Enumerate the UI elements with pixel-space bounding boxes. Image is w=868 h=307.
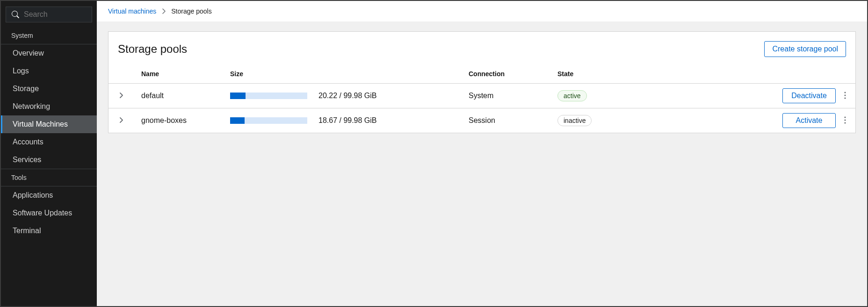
expand-row-button[interactable] [116,114,126,127]
col-connection-header: Connection [461,65,550,84]
content-area: Storage pools Create storage pool Name S… [97,22,867,306]
search-box[interactable] [6,7,92,22]
breadcrumb-parent-link[interactable]: Virtual machines [108,7,156,15]
card-header: Storage pools Create storage pool [108,32,855,65]
storage-pools-card: Storage pools Create storage pool Name S… [108,31,856,133]
main-content: Virtual machines Storage pools Storage p… [97,1,867,306]
pool-size-text: 20.22 / 99.98 GiB [318,92,377,100]
sidebar-item-virtual-machines[interactable]: Virtual Machines [1,115,97,133]
search-input[interactable] [24,10,86,19]
kebab-icon [844,92,846,100]
chevron-right-icon [162,8,166,14]
pool-size-cell: 20.22 / 99.98 GiB [223,84,461,108]
pool-actions-cell: Activate [644,108,855,133]
row-menu-button[interactable] [839,114,851,128]
col-size-header: Size [223,65,461,84]
table-row: gnome-boxes18.67 / 99.98 GiBSessioninact… [108,108,855,133]
breadcrumb: Virtual machines Storage pools [97,1,867,22]
col-expand-header [108,65,134,84]
svg-point-3 [844,116,846,118]
search-wrap [1,1,97,27]
pool-connection: System [461,84,550,108]
col-name-header: Name [134,65,223,84]
sidebar-item-overview[interactable]: Overview [1,44,97,62]
pool-state-cell: active [550,84,644,108]
state-badge: active [557,90,587,102]
pool-connection: Session [461,108,550,133]
storage-pools-table: Name Size Connection State default20.22 … [108,65,855,133]
sidebar-item-storage[interactable]: Storage [1,80,97,98]
deactivate-button[interactable]: Deactivate [782,88,836,103]
sidebar-item-software-updates[interactable]: Software Updates [1,204,97,222]
pool-name: gnome-boxes [134,108,223,133]
sidebar-item-networking[interactable]: Networking [1,98,97,115]
state-badge: inactive [557,115,592,127]
usage-progress [230,117,307,124]
nav-section-title: Tools [1,169,97,186]
page-title: Storage pools [118,43,187,56]
pool-actions-cell: Deactivate [644,84,855,108]
chevron-right-icon [119,93,123,100]
chevron-right-icon [119,117,123,124]
svg-point-5 [844,122,846,123]
pool-name: default [134,84,223,108]
col-actions-header [644,65,855,84]
usage-progress-bar [230,117,245,124]
usage-progress-bar [230,93,246,99]
sidebar-item-logs[interactable]: Logs [1,62,97,80]
pool-state-cell: inactive [550,108,644,133]
svg-point-2 [844,97,846,99]
sidebar-item-terminal[interactable]: Terminal [1,222,97,240]
usage-progress [230,93,307,99]
pool-size-text: 18.67 / 99.98 GiB [318,116,377,125]
svg-point-0 [844,92,846,93]
svg-point-1 [844,94,846,96]
sidebar-item-applications[interactable]: Applications [1,186,97,204]
kebab-icon [844,116,846,125]
col-state-header: State [550,65,644,84]
expand-row-button[interactable] [116,90,126,102]
pool-size-cell: 18.67 / 99.98 GiB [223,108,461,133]
search-icon [12,11,19,18]
activate-button[interactable]: Activate [782,113,836,128]
svg-point-4 [844,119,846,121]
sidebar-item-services[interactable]: Services [1,151,97,169]
create-storage-pool-button[interactable]: Create storage pool [764,41,846,57]
table-row: default20.22 / 99.98 GiBSystemactiveDeac… [108,84,855,108]
sidebar-item-accounts[interactable]: Accounts [1,133,97,151]
nav-section-title: System [1,27,97,44]
row-menu-button[interactable] [839,89,851,103]
sidebar: SystemOverviewLogsStorageNetworkingVirtu… [1,1,97,306]
breadcrumb-current: Storage pools [171,7,211,15]
